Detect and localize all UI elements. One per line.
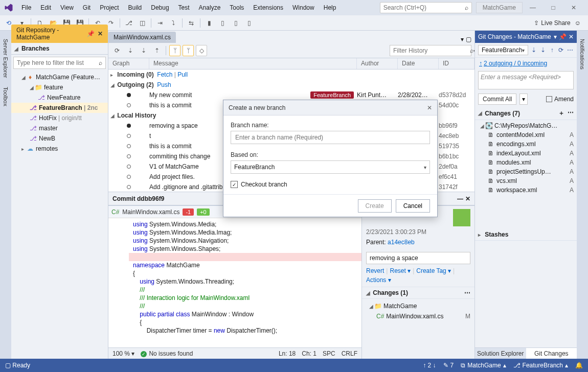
menu-analyze[interactable]: Analyze [195,2,225,13]
menu-test[interactable]: Test [174,2,194,13]
pull-icon[interactable]: ⇣ [138,45,149,56]
branch-dropdown[interactable]: FeatureBranch [478,45,528,55]
commit-dropdown[interactable]: ▾ [519,94,528,105]
git-compare-icon[interactable]: ◫ [137,17,148,29]
pin-icon[interactable]: 📌 [87,30,95,37]
commit-all-button[interactable]: Commit All [478,94,516,105]
parent-link[interactable]: a14ec8eb [388,239,415,246]
checkout-branch-checkbox[interactable]: ✓ Checkout branch [231,181,430,188]
doc-dropdown-icon[interactable]: ▾ [461,36,464,43]
search-icon[interactable]: ⌕ [465,4,468,11]
changed-file[interactable]: 🗎contentModel.xmlA [475,130,577,140]
close-tab-icon[interactable]: ✕ [98,30,103,37]
dialog-close-icon[interactable]: ✕ [427,104,432,111]
toggle-icon[interactable]: ▯ [243,17,255,29]
menu-tools[interactable]: Tools [225,2,248,13]
checkbox-icon[interactable]: ✓ [231,181,238,188]
branch-newfeature[interactable]: ⎇NewFeature [11,92,108,103]
menu-file[interactable]: File [17,2,35,13]
pull-link[interactable]: Pull [177,71,188,78]
branch-featurebranch[interactable]: ⎇FeatureBranch | 2nc [11,103,108,113]
menu-extensions[interactable]: Extensions [249,2,287,13]
char-indicator[interactable]: Ch: 1 [302,350,316,357]
window-layout-icon[interactable]: ▢ [466,36,471,43]
tab-toolbox[interactable]: Toolbox [2,83,10,110]
push-icon[interactable]: ⇡ [151,45,163,56]
pin-icon[interactable]: 📌 [559,33,567,40]
actions-link[interactable]: Actions ▾ [366,276,391,284]
crlf-indicator[interactable]: CRLF [342,350,357,357]
stage-icon[interactable]: ＋ [558,109,564,118]
revert-link[interactable]: Revert [366,267,384,274]
create-tag-link[interactable]: Create Tag ▾ [416,267,451,274]
sb-repo[interactable]: ⧉ MatchGame ▴ [461,362,506,369]
changed-file[interactable]: 🗎indexLayout.xmlA [475,149,577,158]
changes-project-node[interactable]: ◢📁MatchGame [366,301,470,311]
changed-file[interactable]: 🗎encodings.xmlA [475,140,577,149]
more-icon[interactable]: ⋯ [567,45,574,55]
menu-debug[interactable]: Debug [147,2,173,13]
push-icon[interactable]: ↑ [549,45,556,55]
close-icon[interactable]: ✕ [569,33,574,40]
bookmark-icon[interactable]: ▯ [230,17,241,29]
zoom-dropdown[interactable]: 100 % ▾ [112,350,134,357]
dropdown-icon[interactable]: ▾ [554,33,557,40]
commit-changes-header[interactable]: ◢ Changes (1) ⋯ [362,287,474,299]
sync-icon[interactable]: ⟳ [558,45,565,55]
tab-mainwindow-cs[interactable]: MainWindow.xaml.cs [108,32,176,43]
folder-feature[interactable]: ◢📁feature [11,82,108,92]
create-button[interactable]: Create [358,199,392,213]
menu-window[interactable]: Window [288,2,319,13]
outgoing-section[interactable]: ◢ Outgoing (2) Push [108,80,474,90]
menu-view[interactable]: View [56,2,78,13]
branches-header[interactable]: ◢Branches [11,43,108,55]
live-share-button[interactable]: ⇪ Live Share [534,19,570,27]
graph-mode-icon[interactable]: ᛘ [169,45,180,56]
minimize-icon[interactable]: — [523,2,543,13]
refresh-icon[interactable]: ⟳ [111,45,123,56]
tab-git-changes[interactable]: Git Changes [526,348,577,359]
fetch-icon[interactable]: ⇣ [125,45,136,56]
tab-git-repository[interactable]: Git Repository - MatchGame 📌 ✕ [11,25,108,43]
sb-branch[interactable]: ⎇ FeatureBranch ▴ [513,362,568,369]
root-folder[interactable]: ◢💽C:\MyRepos\MatchG… [475,121,577,130]
step-icon[interactable]: ⇥ [154,17,166,29]
commit-message-box[interactable]: removing a space [366,252,470,264]
col-message[interactable]: Message [149,58,357,69]
changed-file[interactable]: 🗎workspace.xmlA [475,185,577,195]
sb-pending[interactable]: ✎ 7 [443,362,454,369]
sync-link[interactable]: ↑ 2 outgoing / 0 incoming [475,58,577,69]
branch-master[interactable]: ⎇master [11,123,108,133]
tab-server-explorer[interactable]: Server Explorer [2,35,10,82]
col-graph[interactable]: Graph [108,58,149,69]
push-link[interactable]: Push [157,81,171,88]
commit-row[interactable]: My new commit FeatureBranch Kirt Punt… 2… [108,90,474,100]
spaces-indicator[interactable]: SPC [323,350,335,357]
solution-name-button[interactable]: MatchGame [476,2,523,13]
cancel-button[interactable]: Cancel [396,199,430,213]
search-box[interactable]: ⌕ [380,2,472,13]
close-panel-icon[interactable]: ✕ [465,195,470,202]
branch-name-input[interactable] [231,131,430,144]
fetch-link[interactable]: Fetch [157,71,172,78]
branch-newb[interactable]: ⎇NewB [11,133,108,144]
changed-file[interactable]: 🗎projectSettingsUp…A [475,167,577,176]
uncomment-icon[interactable]: ▯ [217,17,228,29]
filter-branches-input[interactable] [17,59,99,66]
feedback-icon[interactable]: ☺ [575,19,581,27]
col-author[interactable]: Author [357,58,398,69]
menu-git[interactable]: Git [79,2,95,13]
menu-build[interactable]: Build [124,2,146,13]
maximize-icon[interactable]: □ [543,2,563,13]
filter-search-icon[interactable]: ⌕ [99,59,102,66]
repo-node[interactable]: ◢♦MatchGame (Feature… [11,72,108,82]
fetch-icon[interactable]: ⇣ [530,45,537,55]
branch-hotfix[interactable]: ⎇HotFix | origin/tt [11,113,108,123]
minimize-panel-icon[interactable]: — [457,195,463,202]
more-icon[interactable]: ⋯ [464,289,470,296]
code-diff-view[interactable]: using System.Windows.Media;using System.… [108,218,361,347]
reset-link[interactable]: Reset ▾ [390,267,411,274]
menu-project[interactable]: Project [96,2,123,13]
based-on-dropdown[interactable]: FeatureBranch [231,160,430,174]
filter-icon[interactable]: ◇ [196,45,207,56]
